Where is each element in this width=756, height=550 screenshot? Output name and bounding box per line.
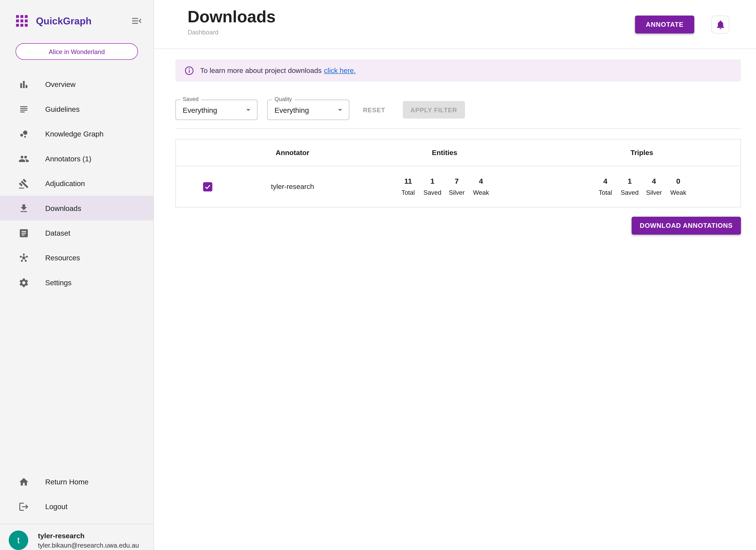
- home-icon: [18, 476, 29, 487]
- download-annotations-button[interactable]: DOWNLOAD ANNOTATIONS: [631, 217, 741, 235]
- stat-entities-saved: 1 Saved: [421, 177, 444, 196]
- sidebar-item-adjudication[interactable]: Adjudication: [0, 171, 154, 196]
- info-icon: [185, 66, 194, 75]
- stat-label: Silver: [643, 189, 665, 196]
- gavel-icon: [18, 178, 29, 189]
- stat-value: 0: [667, 177, 689, 185]
- logo-row: QuickGraph: [0, 0, 154, 27]
- column-header-annotator: Annotator: [239, 149, 346, 157]
- stat-entities-silver: 7 Silver: [446, 177, 468, 196]
- row-checkbox-checked[interactable]: [203, 182, 212, 191]
- user-name: tyler-research: [38, 532, 139, 540]
- saved-filter-select[interactable]: Saved Everything: [175, 100, 257, 120]
- saved-filter-label: Saved: [180, 96, 201, 102]
- article-icon: [18, 228, 29, 238]
- sidebar-item-label: Guidelines: [45, 105, 80, 113]
- quickgraph-app: QuickGraph Alice in Wonderland Overview …: [0, 0, 756, 550]
- app-title: QuickGraph: [36, 15, 130, 27]
- sidebar-item-resources[interactable]: Resources: [0, 245, 154, 270]
- table-row: tyler-research 11 Total 1 Saved 7 Silver: [176, 166, 740, 207]
- annotator-name: tyler-research: [239, 183, 346, 190]
- sidebar-item-dataset[interactable]: Dataset: [0, 221, 154, 245]
- sidebar-item-label: Adjudication: [45, 179, 85, 187]
- sidebar: QuickGraph Alice in Wonderland Overview …: [0, 0, 154, 550]
- quality-filter-select[interactable]: Quality Everything: [267, 100, 349, 120]
- download-icon: [18, 203, 29, 214]
- entities-stats: 11 Total 1 Saved 7 Silver 4: [346, 177, 543, 196]
- notes-icon: [18, 104, 29, 114]
- stat-value: 7: [446, 177, 468, 185]
- stat-value: 4: [470, 177, 492, 185]
- sidebar-item-label: Overview: [45, 80, 75, 88]
- sidebar-item-guidelines[interactable]: Guidelines: [0, 97, 154, 121]
- main-area: Downloads Dashboard ANNOTATE To learn mo…: [154, 0, 756, 550]
- stat-triples-saved: 1 Saved: [618, 177, 641, 196]
- stat-triples-total: 4 Total: [594, 177, 616, 196]
- stat-triples-weak: 0 Weak: [667, 177, 689, 196]
- menu-collapse-icon: [131, 15, 142, 27]
- row-checkbox-cell: [176, 182, 239, 191]
- stat-label: Weak: [667, 189, 689, 196]
- sidebar-item-label: Return Home: [45, 478, 88, 486]
- sidebar-item-label: Knowledge Graph: [45, 130, 103, 138]
- filter-row: Saved Everything Quality Everything RESE…: [175, 100, 741, 120]
- stat-label: Saved: [618, 189, 641, 196]
- reset-button[interactable]: RESET: [363, 106, 385, 113]
- bubble-chart-icon: [18, 128, 29, 139]
- stat-value: 1: [618, 177, 641, 185]
- stat-label: Saved: [421, 189, 444, 196]
- bell-icon: [715, 19, 726, 30]
- logout-icon: [18, 501, 29, 512]
- saved-filter-value: Everything: [183, 106, 243, 114]
- header-actions: ANNOTATE: [635, 16, 729, 34]
- stat-value: 1: [421, 177, 444, 185]
- quality-filter-value: Everything: [274, 106, 335, 114]
- notifications-button[interactable]: [711, 16, 729, 34]
- info-banner: To learn more about project downloads cl…: [175, 59, 741, 82]
- sidebar-item-label: Resources: [45, 254, 80, 262]
- sidebar-item-label: Downloads: [45, 204, 81, 212]
- stat-entities-weak: 4 Weak: [470, 177, 492, 196]
- banner-text: To learn more about project downloads: [200, 67, 322, 74]
- content: To learn more about project downloads cl…: [154, 59, 756, 235]
- chevron-down-icon: [243, 105, 253, 115]
- sidebar-item-annotators[interactable]: Annotators (1): [0, 146, 154, 171]
- hub-icon: [18, 252, 29, 263]
- stat-triples-silver: 4 Silver: [643, 177, 665, 196]
- column-header-triples: Triples: [543, 149, 740, 157]
- column-header-entities: Entities: [346, 149, 543, 157]
- quality-filter-label: Quality: [272, 96, 294, 102]
- collapse-sidebar-button[interactable]: [130, 15, 143, 27]
- table-header-row: Annotator Entities Triples: [176, 139, 740, 166]
- page-title: Downloads: [188, 7, 276, 26]
- sidebar-footer: Return Home Logout t tyler-research tyle…: [0, 469, 154, 550]
- sidebar-nav: Overview Guidelines Knowledge Graph Anno…: [0, 72, 154, 295]
- sidebar-item-logout[interactable]: Logout: [0, 494, 154, 519]
- project-name-button[interactable]: Alice in Wonderland: [16, 43, 138, 60]
- banner-link[interactable]: click here.: [324, 67, 356, 74]
- avatar: t: [9, 531, 28, 550]
- user-text-block: tyler-research tyler.bikaun@research.uwa…: [38, 532, 139, 549]
- stat-label: Total: [594, 189, 616, 196]
- sidebar-item-return-home[interactable]: Return Home: [0, 469, 154, 494]
- bar-chart-icon: [18, 79, 29, 90]
- stat-label: Weak: [470, 189, 492, 196]
- sidebar-item-downloads[interactable]: Downloads: [0, 196, 154, 220]
- sidebar-item-settings[interactable]: Settings: [0, 270, 154, 295]
- apps-grid-icon: [16, 15, 28, 27]
- gear-icon: [18, 277, 29, 288]
- stat-value: 4: [594, 177, 616, 185]
- page-header: Downloads Dashboard ANNOTATE: [154, 0, 756, 49]
- annotate-button[interactable]: ANNOTATE: [635, 16, 694, 34]
- user-email: tyler.bikaun@research.uwa.edu.au: [38, 541, 139, 549]
- stat-value: 4: [643, 177, 665, 185]
- stat-value: 11: [397, 177, 419, 185]
- sidebar-item-overview[interactable]: Overview: [0, 72, 154, 97]
- apply-filter-button[interactable]: APPLY FILTER: [403, 101, 465, 119]
- sidebar-item-label: Annotators (1): [45, 155, 91, 163]
- sidebar-item-label: Logout: [45, 502, 67, 510]
- people-icon: [18, 153, 29, 164]
- stat-label: Total: [397, 189, 419, 196]
- stat-label: Silver: [446, 189, 468, 196]
- sidebar-item-knowledge-graph[interactable]: Knowledge Graph: [0, 121, 154, 146]
